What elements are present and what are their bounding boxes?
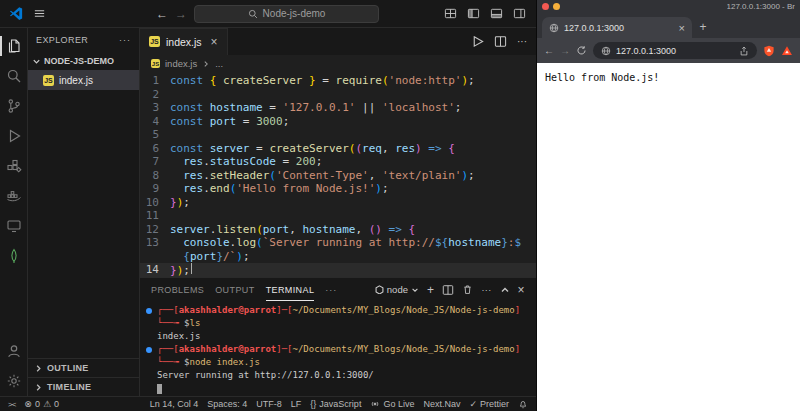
brave-rewards-icon[interactable] <box>781 45 793 57</box>
workspace-root[interactable]: NODE-JS-DEMO <box>28 52 139 70</box>
git-branch-icon <box>6 98 22 114</box>
terminal-content[interactable]: ┌──[akashhalder@parrot]─[~/Documents/MY_… <box>140 301 536 396</box>
tab-close-icon[interactable]: × <box>679 22 685 34</box>
code-editor[interactable]: 1const { createServer } = require('node:… <box>140 72 536 277</box>
remote-indicator[interactable]: >< <box>8 400 15 409</box>
activity-mongodb[interactable] <box>0 241 28 271</box>
close-panel-icon[interactable]: × <box>518 283 525 297</box>
tab-close-icon[interactable]: × <box>211 35 218 49</box>
window-minimize-button[interactable] <box>553 3 560 10</box>
encoding[interactable]: UTF-8 <box>256 399 282 409</box>
braces-icon: {} <box>310 399 316 409</box>
brave-shields-icon[interactable] <box>763 45 775 57</box>
browser-window: 127.0.0.1:3000 - Br 127.0.0.1:3000 × + ←… <box>537 0 800 411</box>
terminal-more-icon[interactable]: ··· <box>481 285 491 295</box>
problems-status[interactable]: ⊗0 ⚠0 <box>24 399 59 409</box>
screen: ← → Node-js-demo <box>0 0 800 411</box>
chevron-right-icon <box>202 60 210 68</box>
activity-docker[interactable] <box>0 181 28 211</box>
node-terminal-icon <box>375 285 384 294</box>
split-terminal-icon[interactable] <box>442 284 454 296</box>
outline-section[interactable]: OUTLINE <box>28 358 139 377</box>
toggle-sidebar-icon[interactable] <box>467 7 480 20</box>
toggle-secondary-sidebar-icon[interactable] <box>513 7 526 20</box>
split-editor-icon[interactable] <box>494 35 507 48</box>
timeline-section[interactable]: TIMELINE <box>28 377 139 396</box>
account-icon <box>6 343 22 359</box>
activity-bar <box>0 28 28 396</box>
panel-tabs-more-icon[interactable]: ··· <box>325 285 337 295</box>
kill-terminal-icon[interactable] <box>462 284 473 295</box>
bottom-panel: PROBLEMS OUTPUT TERMINAL ··· node + <box>140 277 536 396</box>
browser-titlebar: 127.0.0.1:3000 - Br <box>537 0 800 13</box>
maximize-panel-icon[interactable] <box>500 285 510 295</box>
history-back-icon[interactable]: ← <box>156 8 168 20</box>
next-nav-button[interactable]: Next.Nav <box>423 399 460 409</box>
address-bar[interactable]: 127.0.0.1:3000 <box>593 42 757 59</box>
browser-forward-icon[interactable]: → <box>560 45 570 56</box>
editor-more-icon[interactable]: ··· <box>517 36 527 47</box>
panel-tab-terminal[interactable]: TERMINAL <box>266 278 315 301</box>
panel-tab-output[interactable]: OUTPUT <box>215 278 254 301</box>
activity-run-debug[interactable] <box>0 121 28 151</box>
site-info-icon[interactable] <box>601 46 611 56</box>
eol-sequence[interactable]: LF <box>291 399 302 409</box>
file-name: index.js <box>59 75 93 86</box>
chevron-right-icon <box>34 364 43 373</box>
check-icon: ✓ <box>469 399 477 409</box>
activity-remote-explorer[interactable] <box>0 211 28 241</box>
activity-account[interactable] <box>0 336 28 366</box>
customize-layout-icon[interactable] <box>444 7 457 20</box>
activity-source-control[interactable] <box>0 91 28 121</box>
toggle-panel-icon[interactable] <box>490 7 503 20</box>
history-forward-icon[interactable]: → <box>175 8 187 20</box>
activity-search[interactable] <box>0 61 28 91</box>
terminal-shell-select[interactable]: node <box>375 284 419 295</box>
js-file-icon: JS <box>43 75 54 86</box>
notifications-bell-icon[interactable] <box>518 399 528 409</box>
explorer-more-icon[interactable]: ··· <box>119 35 131 45</box>
remote-explorer-icon <box>6 218 22 234</box>
tab-index-js[interactable]: JS index.js × <box>140 28 228 55</box>
breadcrumb-file[interactable]: index.js <box>165 58 197 69</box>
workspace-name: NODE-JS-DEMO <box>44 56 114 66</box>
url-text[interactable]: 127.0.0.1:3000 <box>616 46 734 56</box>
warning-icon: ⚠ <box>43 399 51 409</box>
code-lines: 1const { createServer } = require('node:… <box>140 74 536 277</box>
reload-icon[interactable] <box>576 45 587 56</box>
page-body-text: Hello from Node.js! <box>545 72 659 83</box>
go-live-button[interactable]: Go Live <box>370 399 414 409</box>
breadcrumb[interactable]: JS index.js ... <box>140 55 536 72</box>
panel-tab-problems[interactable]: PROBLEMS <box>151 278 204 301</box>
share-icon[interactable] <box>739 46 749 56</box>
activity-explorer[interactable] <box>0 31 28 61</box>
vscode-window: ← → Node-js-demo <box>0 0 537 411</box>
browser-tabstrip: 127.0.0.1:3000 × + <box>537 13 800 38</box>
activity-settings[interactable] <box>0 366 28 396</box>
language-mode[interactable]: {} JavaScript <box>310 399 361 409</box>
new-terminal-icon[interactable]: + <box>427 283 434 297</box>
indentation[interactable]: Spaces: 4 <box>207 399 247 409</box>
editor-tabs: JS index.js × ··· <box>140 28 536 55</box>
docker-icon <box>6 188 22 204</box>
chevron-right-icon <box>34 383 43 392</box>
run-file-icon[interactable] <box>471 35 484 48</box>
extensions-icon <box>6 158 22 174</box>
command-center-search[interactable]: Node-js-demo <box>194 5 379 23</box>
error-icon: ⊗ <box>24 399 32 409</box>
breadcrumb-symbol[interactable]: ... <box>215 58 223 69</box>
prettier-status[interactable]: ✓ Prettier <box>469 399 509 409</box>
menu-icon[interactable] <box>33 7 46 20</box>
browser-tab-title: 127.0.0.1:3000 <box>564 23 624 33</box>
browser-back-icon[interactable]: ← <box>544 45 554 56</box>
browser-tab[interactable]: 127.0.0.1:3000 × <box>542 17 692 38</box>
browser-page-content: Hello from Node.js! <box>537 63 800 411</box>
cursor-position[interactable]: Ln 14, Col 4 <box>150 399 199 409</box>
outline-label: OUTLINE <box>47 363 89 373</box>
search-icon <box>248 9 258 19</box>
new-tab-button[interactable]: + <box>695 18 711 36</box>
window-close-button[interactable] <box>542 3 549 10</box>
chevron-down-icon <box>32 57 41 66</box>
activity-extensions[interactable] <box>0 151 28 181</box>
file-index-js[interactable]: JS index.js <box>28 70 139 90</box>
